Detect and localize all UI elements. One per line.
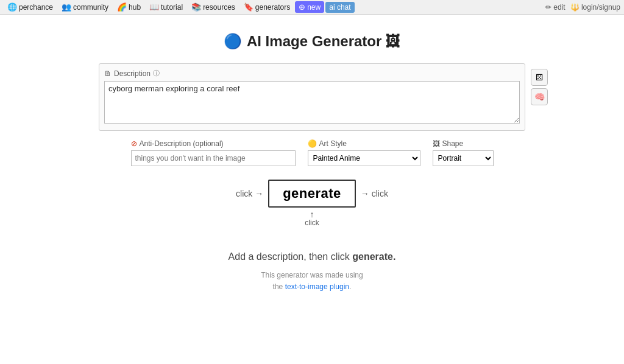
nav-new-label: new [307, 3, 321, 12]
description-label-text: Description [114, 69, 151, 78]
login-link[interactable]: 🔱 login/signup [570, 3, 620, 12]
anti-description-group: ⊘ Anti-Description (optional) [131, 139, 296, 166]
page-title-text: AI Image Generator 🖼 [247, 33, 400, 50]
nav-tutorial[interactable]: 📖 tutorial [146, 1, 186, 13]
generate-row: click → generate → click [236, 180, 388, 208]
footer-end: . [349, 282, 351, 291]
footer-line1: This generator was made using [261, 271, 363, 279]
tutorial-icon: 📖 [149, 2, 159, 12]
nav-resources-label: resources [203, 3, 235, 12]
new-icon: ⊕ [299, 2, 305, 12]
shape-icon: 🖼 [433, 139, 440, 148]
nav-generators[interactable]: 🔖 generators [240, 1, 294, 13]
generate-button[interactable]: generate [268, 180, 356, 208]
nav-hub-label: hub [129, 3, 141, 12]
nav-tutorial-label: tutorial [161, 3, 183, 12]
click-left-text: click → [236, 189, 263, 198]
community-icon: 👥 [62, 2, 71, 12]
description-doc-icon: 🗎 [104, 69, 112, 78]
art-style-label: 🟡 Art Style [308, 139, 420, 148]
nav-generators-label: generators [255, 3, 290, 12]
generators-icon: 🔖 [244, 2, 254, 12]
nav-hub[interactable]: 🌈 hub [113, 1, 144, 13]
brain-button[interactable]: 🧠 [531, 88, 548, 105]
instruction-before: Add a description, then click [229, 251, 353, 262]
art-style-group: 🟡 Art Style Painted AnimeRealisticCartoo… [308, 139, 420, 166]
page-title: 🔵 AI Image Generator 🖼 [224, 33, 400, 50]
description-info-icon[interactable]: ⓘ [153, 69, 160, 78]
instruction-bold: generate. [352, 251, 395, 262]
side-icon-group: ⚄ 🧠 [531, 69, 548, 105]
shape-label: 🖼 Shape [433, 139, 494, 148]
nav-new[interactable]: ⊕ new [295, 1, 324, 13]
footer-plugin-link[interactable]: text-to-image plugin [285, 282, 349, 291]
dice-button[interactable]: ⚄ [531, 69, 548, 86]
footer-text: This generator was made using the text-t… [261, 270, 363, 293]
arrow-up-icon: ↑ [310, 210, 314, 219]
controls-row: ⊘ Anti-Description (optional) 🟡 Art Styl… [131, 139, 494, 166]
nav-ai-chat-label: ai chat [329, 3, 350, 12]
navbar: 🌐 perchance 👥 community 🌈 hub 📖 tutorial… [0, 0, 624, 15]
art-style-icon: 🟡 [308, 139, 317, 148]
anti-description-label-text: Anti-Description (optional) [140, 139, 224, 148]
art-style-label-text: Art Style [319, 139, 347, 148]
edit-link[interactable]: ✏ edit [545, 3, 566, 12]
nav-right: ✏ edit 🔱 login/signup [545, 3, 620, 12]
description-input[interactable] [104, 81, 520, 124]
anti-description-input[interactable] [131, 150, 296, 166]
shape-group: 🖼 Shape PortraitLandscapeSquare [433, 139, 494, 166]
nav-resources[interactable]: 📚 resources [188, 1, 239, 13]
footer-line2-start: the [273, 282, 285, 291]
perchance-icon: 🌐 [7, 2, 17, 12]
anti-description-label: ⊘ Anti-Description (optional) [131, 139, 296, 148]
nav-perchance-label: perchance [19, 3, 53, 12]
nav-community[interactable]: 👥 community [58, 1, 112, 13]
main-content: 🔵 AI Image Generator 🖼 🗎 Description ⓘ ⚄… [0, 15, 624, 311]
instruction-text: Add a description, then click generate. [229, 251, 396, 262]
generate-area: click → generate → click ↑ click [236, 180, 388, 227]
resources-icon: 📚 [191, 2, 201, 12]
description-section: 🗎 Description ⓘ ⚄ 🧠 [99, 63, 525, 131]
hub-icon: 🌈 [117, 2, 127, 12]
nav-community-label: community [73, 3, 108, 12]
page-title-icon: 🔵 [224, 33, 242, 50]
anti-desc-circle-icon: ⊘ [131, 139, 137, 148]
click-right-text: → click [361, 189, 388, 198]
nav-ai-chat[interactable]: ai chat [325, 2, 354, 13]
click-below-area: ↑ click [305, 210, 319, 227]
click-below-text: click [305, 219, 319, 227]
nav-perchance[interactable]: 🌐 perchance [4, 1, 57, 13]
shape-select[interactable]: PortraitLandscapeSquare [433, 150, 494, 166]
art-style-select[interactable]: Painted AnimeRealisticCartoonSketchOil P… [308, 150, 420, 166]
shape-label-text: Shape [442, 139, 464, 148]
description-label: 🗎 Description ⓘ [104, 69, 520, 78]
